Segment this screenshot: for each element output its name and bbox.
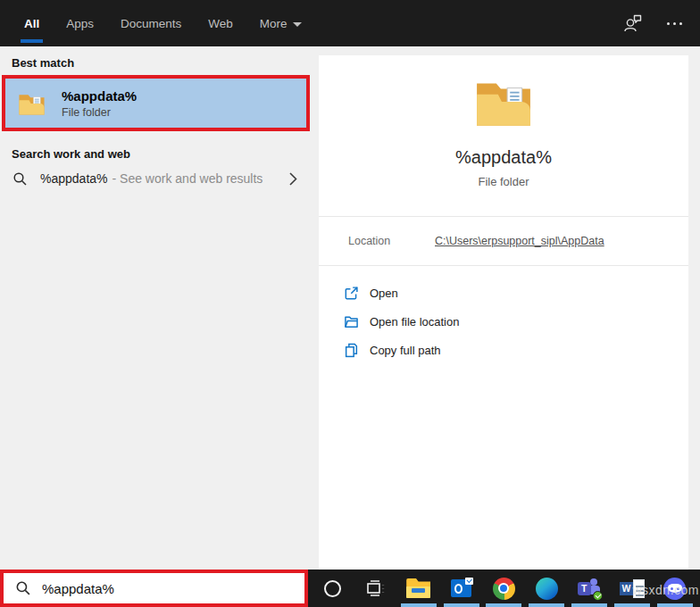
edge-icon bbox=[536, 578, 558, 600]
teams-icon: T bbox=[578, 578, 602, 599]
location-row: Location C:\Users\erpsupport_sipl\AppDat… bbox=[319, 217, 688, 265]
task-view-button[interactable] bbox=[356, 570, 396, 607]
search-icon bbox=[12, 171, 28, 187]
copy-full-path-label: Copy full path bbox=[370, 344, 441, 357]
open-icon bbox=[344, 286, 359, 301]
search-input[interactable] bbox=[42, 581, 256, 596]
feedback-icon[interactable] bbox=[622, 13, 644, 33]
folder-icon bbox=[18, 91, 46, 116]
search-icon bbox=[15, 580, 31, 596]
watermark: wsxdn.com bbox=[632, 583, 699, 597]
file-explorer-icon bbox=[406, 578, 430, 598]
copy-full-path-action[interactable]: Copy full path bbox=[344, 336, 688, 364]
windows-search-flyout: All Apps Documents Web More bbox=[0, 0, 700, 607]
tab-web[interactable]: Web bbox=[195, 0, 246, 46]
chevron-right-icon bbox=[288, 171, 297, 187]
preview-title: %appdata% bbox=[319, 147, 688, 168]
tab-apps[interactable]: Apps bbox=[53, 0, 107, 46]
status-check-badge bbox=[593, 591, 603, 601]
running-indicator bbox=[486, 603, 521, 607]
more-options-icon[interactable] bbox=[667, 22, 682, 25]
tab-documents-label: Documents bbox=[121, 17, 181, 30]
chrome-icon bbox=[493, 578, 515, 600]
running-indicator bbox=[444, 603, 479, 607]
tab-all[interactable]: All bbox=[11, 0, 53, 46]
chevron-down-icon bbox=[293, 22, 302, 27]
task-view-icon bbox=[365, 579, 387, 597]
filter-tabs: All Apps Documents Web More bbox=[0, 0, 315, 46]
web-search-result[interactable]: %appdata% - See work and web results bbox=[0, 163, 310, 194]
preview-panel: %appdata% File folder Location C:\Users\… bbox=[319, 55, 688, 570]
open-file-location-icon bbox=[344, 314, 359, 329]
open-file-location-label: Open file location bbox=[370, 315, 459, 328]
tab-more[interactable]: More bbox=[246, 0, 315, 46]
web-section-header: Search work and web bbox=[0, 137, 319, 166]
running-indicator bbox=[571, 603, 607, 607]
tab-web-label: Web bbox=[208, 17, 233, 30]
preview-subtitle: File folder bbox=[319, 175, 688, 188]
web-search-query: %appdata% bbox=[40, 171, 108, 186]
topbar-actions bbox=[622, 13, 700, 33]
outlook-icon bbox=[451, 579, 471, 597]
outlook-button[interactable] bbox=[442, 570, 481, 607]
tab-documents[interactable]: Documents bbox=[107, 0, 195, 46]
running-indicator bbox=[657, 603, 693, 607]
folder-icon-large bbox=[319, 55, 688, 128]
edge-button[interactable] bbox=[527, 570, 566, 607]
open-action-label: Open bbox=[370, 287, 398, 300]
tab-all-label: All bbox=[24, 17, 39, 30]
open-file-location-action[interactable]: Open file location bbox=[344, 307, 688, 336]
open-action[interactable]: Open bbox=[344, 279, 688, 307]
web-search-suffix: - See work and web results bbox=[112, 171, 263, 186]
tab-apps-label: Apps bbox=[66, 17, 94, 30]
results-panel: Best match %appdata% File folder Search … bbox=[0, 46, 319, 570]
best-match-header: Best match bbox=[0, 46, 319, 75]
cortana-icon bbox=[324, 580, 341, 597]
file-explorer-button[interactable] bbox=[399, 570, 438, 607]
running-indicator bbox=[614, 603, 650, 607]
best-match-title: %appdata% bbox=[62, 88, 137, 104]
taskbar-search-box[interactable] bbox=[0, 570, 308, 607]
running-indicator bbox=[401, 603, 437, 607]
best-match-subtitle: File folder bbox=[62, 106, 137, 119]
running-indicator bbox=[529, 603, 564, 607]
active-tab-underline bbox=[21, 39, 43, 43]
location-path-link[interactable]: C:\Users\erpsupport_sipl\AppData bbox=[435, 235, 604, 247]
search-filter-bar: All Apps Documents Web More bbox=[0, 0, 700, 46]
best-match-result[interactable]: %appdata% File folder bbox=[5, 79, 306, 128]
location-label: Location bbox=[348, 235, 435, 247]
context-actions: Open Open file location Copy full path bbox=[319, 266, 688, 364]
copy-icon bbox=[344, 343, 359, 358]
cortana-button[interactable] bbox=[313, 570, 353, 607]
annotation-box-best-match: %appdata% File folder bbox=[2, 75, 310, 131]
teams-button[interactable]: T bbox=[570, 570, 609, 607]
chrome-button[interactable] bbox=[484, 570, 523, 607]
tab-more-label: More bbox=[260, 17, 288, 30]
